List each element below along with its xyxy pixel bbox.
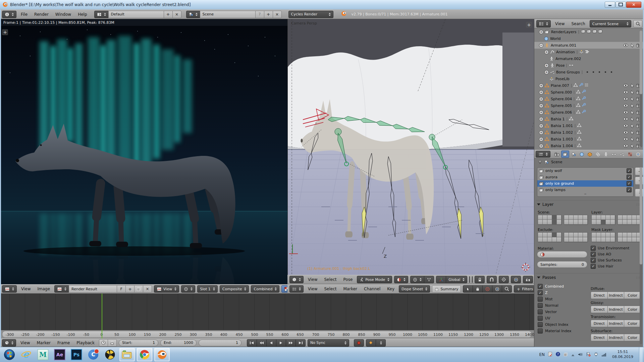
outliner-item-bahia-1-001[interactable]: +Bahia 1.001: [534, 122, 644, 129]
expand-toggle[interactable]: +: [539, 144, 543, 148]
render-layer-selector[interactable]: Composite: [220, 285, 249, 293]
outliner-item-world[interactable]: World: [534, 35, 644, 42]
pass-toggle-uv[interactable]: UV: [538, 316, 550, 321]
layer-toggle-cell[interactable]: [606, 215, 610, 220]
layer-toggle-cell[interactable]: [606, 220, 610, 225]
proportional-button[interactable]: [511, 276, 521, 283]
scene-field[interactable]: Scene: [200, 11, 256, 18]
record-button[interactable]: [354, 339, 364, 347]
layer-toggle-cell[interactable]: [596, 237, 601, 242]
layer-grid-b[interactable]: [618, 215, 642, 225]
layer-toggle-cell[interactable]: [610, 215, 615, 220]
render-layer-row-only-ice-ground[interactable]: only ice ground✓: [537, 180, 633, 187]
dopesheet-keyframe-area[interactable]: [0, 294, 534, 330]
viewport-menu-view[interactable]: View: [306, 277, 320, 282]
outliner-item-sphere-004[interactable]: +Sphere.004: [534, 96, 644, 102]
taskbar-app-media-player[interactable]: [103, 348, 117, 361]
screen-layout-field[interactable]: Default: [108, 11, 164, 18]
close-button[interactable]: ✕: [626, 2, 641, 8]
pass-toggle-z[interactable]: ✓Z: [538, 290, 548, 295]
outliner-item-label[interactable]: Sphere.005: [551, 104, 572, 108]
render-engine-selector[interactable]: Cycles Render: [288, 11, 333, 18]
jump-first-button[interactable]: [247, 339, 257, 347]
outliner-item-bahia-1-003[interactable]: +Bahia 1.003: [534, 136, 644, 142]
properties-tab-object-data[interactable]: [602, 151, 609, 158]
tray-up-arrow-button[interactable]: [571, 352, 575, 358]
layer-grid-a[interactable]: [591, 215, 615, 225]
screen-layout-add-button[interactable]: +: [164, 11, 173, 18]
render-result-canvas[interactable]: +: [0, 26, 287, 284]
keying-arrows-button[interactable]: [376, 339, 386, 347]
outliner-item-label[interactable]: Armature.002: [555, 57, 581, 61]
outliner-item-label[interactable]: Animation: [556, 50, 575, 54]
snap-element-button[interactable]: [499, 276, 509, 283]
cursor-arrow-button[interactable]: [463, 285, 473, 293]
layer-toggle-cell[interactable]: [632, 220, 637, 225]
dopesheet-mode-selector[interactable]: Dope Sheet: [399, 285, 430, 293]
taskbar-app-start[interactable]: [2, 348, 17, 361]
layer-toggle-cell[interactable]: [610, 233, 615, 237]
tray-help-circle-button[interactable]: ?: [555, 352, 560, 358]
pass-button-indirect[interactable]: Indirect: [607, 306, 625, 313]
layer-cell[interactable]: [472, 280, 473, 283]
properties-tab-particles[interactable]: [634, 151, 642, 158]
outliner-item-sphere-000[interactable]: +Sphere.000: [534, 89, 644, 96]
layer-toggle-cell[interactable]: [583, 237, 588, 242]
layer-toggle-cell[interactable]: [547, 233, 552, 237]
layer-toggle-cell[interactable]: [564, 220, 569, 225]
image-new-button[interactable]: +: [125, 285, 135, 293]
layer-toggle-cell[interactable]: [596, 233, 601, 237]
layer-cell[interactable]: [472, 277, 473, 280]
scene-lock-button[interactable]: [475, 276, 485, 283]
pass-toggle-normal[interactable]: Normal: [538, 303, 558, 308]
pass-toggle-object-index[interactable]: Object Index: [538, 322, 569, 327]
layer-toggle-cell[interactable]: [569, 237, 574, 242]
layer-toggle-cell[interactable]: [601, 237, 606, 242]
properties-tab-world[interactable]: [578, 151, 585, 158]
option-use-hair[interactable]: ✓Use Hair: [591, 264, 613, 269]
sync-mode-selector[interactable]: No Sync: [308, 339, 349, 347]
layer-toggle-cell[interactable]: [538, 215, 543, 220]
layer-toggle-cell[interactable]: [592, 233, 596, 237]
taskbar-app-photoshop[interactable]: Ps: [69, 348, 84, 361]
properties-tab-object[interactable]: [586, 151, 593, 158]
layer-toggle-cell[interactable]: [578, 220, 583, 225]
layer-toggle-cell[interactable]: [627, 233, 632, 237]
ghost-button[interactable]: [473, 285, 483, 293]
playhead[interactable]: [102, 294, 102, 330]
outliner-item-label[interactable]: PoseLib: [555, 77, 570, 81]
layer-toggle-cell[interactable]: [574, 233, 578, 237]
pass-button-direct[interactable]: Direct: [591, 334, 608, 341]
layer-toggle-cell[interactable]: [601, 215, 606, 220]
list-resize-grip[interactable]: ═: [537, 193, 633, 195]
layer-grid-a[interactable]: [538, 215, 562, 225]
pass-button-direct[interactable]: Direct: [591, 306, 608, 313]
layer-cell[interactable]: [470, 280, 470, 283]
outliner-scrollbar[interactable]: [640, 31, 642, 147]
layer-toggle-cell[interactable]: [547, 237, 552, 242]
taskbar-app-internet-explorer[interactable]: e: [19, 348, 34, 361]
render-layer-row-only-wolf[interactable]: only wolf✓: [537, 168, 633, 174]
expand-toggle[interactable]: +: [544, 70, 549, 74]
menubar-item-window[interactable]: Window: [53, 12, 73, 17]
layer-toggle-cell[interactable]: [592, 220, 596, 225]
properties-tab-render[interactable]: [553, 151, 560, 158]
layer-toggle-cell[interactable]: [547, 220, 552, 225]
layer-toggle-cell[interactable]: [601, 233, 606, 237]
layer-grid-b[interactable]: [564, 232, 588, 242]
layer-toggle-cell[interactable]: [547, 215, 552, 220]
layer-toggle-cell[interactable]: [564, 237, 569, 242]
layer-toggle-cell[interactable]: [596, 215, 601, 220]
layer-toggle-cell[interactable]: [578, 233, 583, 237]
taskbar-app-maya[interactable]: M: [36, 348, 50, 361]
layer-toggle-cell[interactable]: [610, 220, 615, 225]
outliner-item-label[interactable]: RenderLayers: [551, 30, 577, 34]
layer-toggle-cell[interactable]: [578, 237, 583, 242]
render-camera-button[interactable]: [523, 276, 533, 283]
passes-panel-header[interactable]: Passes::::: [537, 275, 642, 280]
expand-toggle[interactable]: +: [539, 117, 543, 121]
minimize-button[interactable]: [605, 2, 615, 8]
outliner-item-label[interactable]: Bahia 1.003: [551, 137, 573, 141]
viewport-properties-plus-button[interactable]: +: [526, 22, 532, 28]
layer-toggle-cell[interactable]: [552, 215, 557, 220]
